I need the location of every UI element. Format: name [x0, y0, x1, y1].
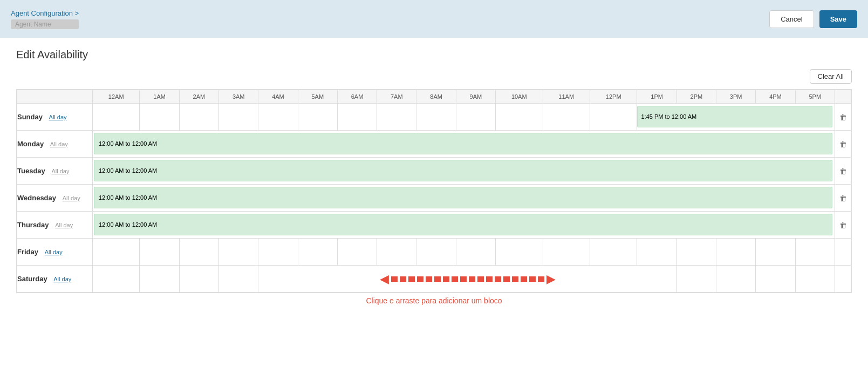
friday-allday-link[interactable]: All day: [45, 249, 63, 255]
saturday-cell-17[interactable]: [795, 266, 835, 293]
save-button[interactable]: Save: [819, 10, 857, 28]
sunday-cell-3[interactable]: [219, 104, 258, 131]
breadcrumb-link[interactable]: Agent Configuration >: [11, 9, 79, 17]
friday-cell-10[interactable]: [496, 239, 543, 266]
friday-cell-16[interactable]: [756, 239, 795, 266]
wednesday-allday-link[interactable]: All day: [63, 195, 80, 201]
saturday-cell-3[interactable]: [219, 266, 258, 293]
tuesday-availability-bar: 12:00 AM to 12:00 AM: [94, 160, 832, 181]
header-actions: Cancel Save: [769, 10, 857, 28]
time-2am: 2AM: [179, 90, 218, 104]
friday-cell-14[interactable]: [676, 239, 716, 266]
clear-all-button[interactable]: Clear All: [810, 69, 852, 84]
dash-14: [503, 276, 510, 282]
time-4am: 4AM: [258, 90, 298, 104]
saturday-cell-16[interactable]: [756, 266, 795, 293]
monday-bar-cell[interactable]: 12:00 AM to 12:00 AM: [93, 131, 835, 158]
sunday-cell-0[interactable]: [93, 104, 140, 131]
sunday-cell-5[interactable]: [298, 104, 337, 131]
sunday-label-cell: Sunday All day: [17, 104, 93, 131]
dash-18: [538, 276, 544, 282]
cancel-button[interactable]: Cancel: [769, 10, 814, 28]
friday-cell-8[interactable]: [416, 239, 456, 266]
thursday-delete-icon[interactable]: 🗑: [839, 221, 847, 229]
sunday-cell-8[interactable]: [416, 104, 456, 131]
dash-12: [486, 276, 493, 282]
tuesday-label-cell: Tuesday All day: [17, 158, 93, 185]
header-left: Agent Configuration > Agent Name: [11, 9, 79, 29]
dash-16: [521, 276, 527, 282]
friday-name: Friday: [17, 248, 38, 256]
tuesday-name: Tuesday: [17, 167, 45, 175]
sunday-availability-bar: 1:45 PM to 12:00 AM: [637, 106, 832, 127]
sunday-cell-9[interactable]: [456, 104, 495, 131]
friday-cell-9[interactable]: [456, 239, 495, 266]
sunday-cell-11[interactable]: [543, 104, 590, 131]
friday-cell-13[interactable]: [637, 239, 676, 266]
dash-3: [408, 276, 415, 282]
sunday-cell-10[interactable]: [496, 104, 543, 131]
thursday-bar-cell[interactable]: 12:00 AM to 12:00 AM: [93, 212, 835, 239]
tuesday-bar-cell[interactable]: 12:00 AM to 12:00 AM: [93, 158, 835, 185]
thursday-allday-link[interactable]: All day: [55, 222, 73, 228]
monday-allday-link[interactable]: All day: [50, 141, 68, 147]
friday-cell-15[interactable]: [716, 239, 756, 266]
wednesday-bar-cell[interactable]: 12:00 AM to 12:00 AM: [93, 185, 835, 212]
time-2pm: 2PM: [676, 90, 716, 104]
friday-cell-12[interactable]: [590, 239, 637, 266]
sunday-cell-4[interactable]: [258, 104, 298, 131]
sunday-cell-12[interactable]: [590, 104, 637, 131]
saturday-allday-link[interactable]: All day: [53, 276, 71, 282]
friday-cell-2[interactable]: [179, 239, 218, 266]
saturday-drag-area[interactable]: ◀: [258, 266, 676, 293]
wednesday-delete-icon[interactable]: 🗑: [839, 194, 847, 202]
sunday-delete-cell[interactable]: 🗑: [835, 104, 851, 131]
drag-hint-text-area: Clique e arraste para adicionar um bloco: [16, 296, 852, 305]
friday-cell-5[interactable]: [298, 239, 337, 266]
monday-delete-icon[interactable]: 🗑: [839, 140, 847, 148]
friday-cell-11[interactable]: [543, 239, 590, 266]
sunday-cell-1[interactable]: [140, 104, 179, 131]
saturday-cell-0[interactable]: [93, 266, 140, 293]
friday-cell-17[interactable]: [795, 239, 835, 266]
saturday-cell-2[interactable]: [179, 266, 218, 293]
time-4pm: 4PM: [756, 90, 795, 104]
monday-availability-bar: 12:00 AM to 12:00 AM: [94, 133, 832, 154]
sunday-bar-cell[interactable]: 1:45 PM to 12:00 AM: [637, 104, 835, 131]
dash-10: [469, 276, 475, 282]
wednesday-delete-cell[interactable]: 🗑: [835, 185, 851, 212]
dash-6: [434, 276, 441, 282]
friday-cell-4[interactable]: [258, 239, 298, 266]
time-10am: 10AM: [496, 90, 543, 104]
saturday-cell-14[interactable]: [676, 266, 716, 293]
main-content: Edit Availability Clear All 12AM 1AM 2AM…: [0, 38, 868, 316]
drag-arrow-left-icon: ◀: [380, 272, 389, 286]
monday-delete-cell[interactable]: 🗑: [835, 131, 851, 158]
sunday-cell-6[interactable]: [337, 104, 377, 131]
friday-cell-0[interactable]: [93, 239, 140, 266]
thursday-delete-cell[interactable]: 🗑: [835, 212, 851, 239]
sunday-cell-7[interactable]: [377, 104, 416, 131]
drag-arrow-right-icon: ▶: [546, 272, 556, 286]
friday-cell-1[interactable]: [140, 239, 179, 266]
sunday-allday-link[interactable]: All day: [49, 114, 67, 120]
saturday-cell-15[interactable]: [716, 266, 756, 293]
time-8am: 8AM: [416, 90, 456, 104]
dash-1: [391, 276, 398, 282]
friday-label-cell: Friday All day: [17, 239, 93, 266]
sunday-cell-2[interactable]: [179, 104, 218, 131]
page-title: Edit Availability: [16, 49, 852, 61]
tuesday-allday-link[interactable]: All day: [51, 168, 69, 174]
friday-cell-6[interactable]: [337, 239, 377, 266]
saturday-cell-1[interactable]: [140, 266, 179, 293]
friday-cell-7[interactable]: [377, 239, 416, 266]
empty-header: [17, 90, 93, 104]
time-12pm: 12PM: [590, 90, 637, 104]
wednesday-row: Wednesday All day 12:00 AM to 12:00 AM 🗑: [17, 185, 851, 212]
page-header: Agent Configuration > Agent Name Cancel …: [0, 0, 868, 38]
delete-header: [835, 90, 851, 104]
tuesday-delete-icon[interactable]: 🗑: [839, 167, 847, 175]
friday-cell-3[interactable]: [219, 239, 258, 266]
tuesday-delete-cell[interactable]: 🗑: [835, 158, 851, 185]
sunday-delete-icon[interactable]: 🗑: [839, 113, 847, 121]
